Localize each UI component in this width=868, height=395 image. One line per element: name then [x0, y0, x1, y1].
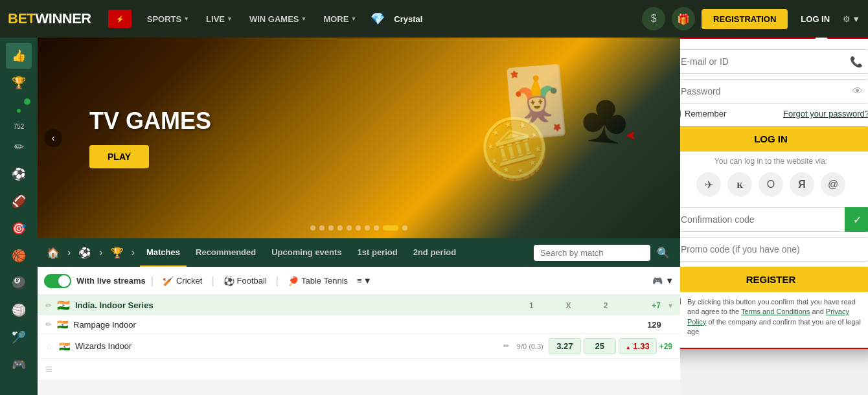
eye-icon[interactable]: 👁 [852, 85, 863, 97]
expand-icon[interactable]: ▾ [668, 301, 672, 310]
email-input[interactable] [680, 49, 868, 74]
team-flag-1: 🇮🇳 [57, 319, 68, 330]
more-arrow: ▼ [363, 276, 372, 286]
match-more-count[interactable]: +29 [659, 342, 672, 351]
sidebar-volleyball[interactable]: 🏐 [6, 297, 32, 323]
tab-second-period[interactable]: 2nd period [407, 238, 463, 267]
team-name-wizards: Wizards Indoor [75, 341, 498, 351]
nav-more[interactable]: MORE ▼ [318, 14, 361, 24]
loading-icon: ≡ [45, 363, 52, 376]
tab-upcoming[interactable]: Upcoming events [265, 238, 348, 267]
filter-game[interactable]: 🎮 ▼ [652, 276, 674, 286]
login-button[interactable]: LOG IN [794, 14, 836, 24]
tab-matches[interactable]: Matches [140, 238, 187, 267]
gear-icon: ⚙ [843, 14, 851, 24]
hero-banner: 🃏 ♣ 🪙 TV GAMES PLAY ‹ [38, 38, 680, 238]
hero-dot-4[interactable] [337, 225, 343, 231]
match-group-title: India. Indoor Series [75, 300, 154, 310]
hero-dot-1[interactable] [310, 225, 315, 231]
search-button[interactable]: 🔍 [653, 244, 674, 262]
hero-dot-5[interactable] [347, 225, 352, 231]
hero-play-button[interactable]: PLAY [89, 145, 149, 168]
terms-conditions-link[interactable]: Terms and Conditions [741, 308, 810, 315]
sidebar-badminton[interactable]: 🏸 [6, 324, 32, 350]
registration-button[interactable]: REGISTRATION [702, 9, 788, 29]
login-submit-button[interactable]: LOG IN [680, 126, 868, 152]
nav-win-games[interactable]: WIN GAMES ▼ [244, 14, 312, 24]
match-group-more[interactable]: +7 [652, 301, 661, 310]
live-streams-label: With live streams [76, 276, 146, 286]
sidebar-target[interactable]: 🎯 [6, 216, 32, 242]
hero-dot-10[interactable] [402, 225, 407, 231]
hero-dot-9[interactable] [383, 225, 398, 231]
hero-dot-8[interactable] [374, 225, 379, 231]
sidebar-gamepad[interactable]: 🎮 [6, 352, 32, 378]
sidebar-soccer[interactable]: ⚽ [6, 161, 32, 187]
sports-icon[interactable]: ⚽ [76, 247, 94, 259]
sidebar-trophy[interactable]: 🏆 [6, 70, 32, 96]
terms-checkbox[interactable] [680, 297, 681, 306]
hero-dot-3[interactable] [328, 225, 334, 231]
star-icon[interactable]: ☆ [45, 341, 54, 352]
nav-win-games-arrow: ▼ [301, 16, 307, 22]
forgot-password-link[interactable]: Forgot your password? [783, 109, 868, 119]
terms-row: By clicking this button you confirm that… [680, 297, 868, 337]
nav-live[interactable]: LIVE ▼ [201, 14, 238, 24]
hero-prev-button[interactable]: ‹ [44, 129, 62, 147]
sidebar-billiards[interactable]: 🎱 [6, 270, 32, 296]
main-layout: 👍 🏆 ● 752 ✏ ⚽ 🏈 🎯 🏀 🎱 🏐 🏸 🎮 🃏 ♣ 🪙 TV GAM… [0, 38, 868, 395]
social-email-btn[interactable]: @ [821, 172, 845, 197]
toggle-track [44, 274, 71, 288]
edit-icon[interactable]: ✏ [45, 301, 52, 310]
sidebar-basketball[interactable]: 🏀 [6, 243, 32, 269]
hero-dot-7[interactable] [365, 225, 370, 231]
live-streams-toggle[interactable] [44, 274, 71, 288]
filter-table-tennis[interactable]: 🏓 Table Tennis [284, 276, 352, 286]
remember-checkbox[interactable] [680, 109, 681, 118]
sidebar-thumbsup[interactable]: 👍 [6, 43, 32, 69]
sidebar-pencil[interactable]: ✏ [6, 134, 32, 160]
score-rampage: 129 [641, 320, 667, 330]
hero-dot-2[interactable] [319, 225, 325, 231]
home-icon[interactable]: 🏠 [44, 247, 62, 259]
hero-dot-6[interactable] [356, 225, 361, 231]
filter-cricket[interactable]: 🏏 Cricket [159, 276, 206, 286]
content-area: 🃏 ♣ 🪙 TV GAMES PLAY ‹ 🏠 [38, 38, 680, 395]
password-input[interactable] [680, 79, 868, 104]
confirm-check-button[interactable]: ✓ [845, 207, 868, 232]
promo-input[interactable] [680, 237, 868, 262]
social-yandex-btn[interactable]: Я [790, 172, 814, 197]
col-1-header: 1 [529, 301, 534, 310]
table-row: ☆ 🇮🇳 Wizards Indoor ✏ 9/0 (0.3) 3.27 25 … [38, 334, 680, 359]
search-input[interactable] [534, 245, 650, 261]
social-vk-btn[interactable]: к [727, 172, 752, 197]
nav-sports[interactable]: SPORTS ▼ [142, 14, 194, 24]
odd-btn-2[interactable]: ▲ 1.33 [619, 338, 657, 354]
nav-live-arrow: ▼ [227, 16, 233, 22]
logo[interactable]: BETWINNER [8, 10, 91, 27]
remember-label[interactable]: Remember [680, 109, 726, 119]
row-edit-icon[interactable]: ✏ [45, 320, 52, 329]
social-telegram-btn[interactable]: ✈ [696, 172, 721, 197]
filter-more-sports[interactable]: ≡ ▼ [357, 276, 371, 286]
filter-football[interactable]: ⚽ Football [220, 276, 271, 286]
register-button[interactable]: REGISTER [680, 267, 868, 292]
filter-bar: With live streams | 🏏 Cricket | ⚽ Footba… [38, 267, 680, 295]
sidebar-live-dot[interactable]: ● [6, 97, 32, 123]
sidebar-football[interactable]: 🏈 [6, 188, 32, 214]
tab-recommended[interactable]: Recommended [189, 238, 262, 267]
table-tennis-icon: 🏓 [288, 276, 299, 286]
trophy-icon[interactable]: 🏆 [108, 247, 126, 259]
confirm-code-input[interactable] [680, 207, 868, 232]
arrow-right-icon-2: › [97, 247, 105, 258]
odd-btn-x[interactable]: 25 [584, 338, 616, 354]
dollar-icon-btn[interactable]: $ [642, 7, 665, 30]
confirm-code-group: ✓ [680, 207, 868, 232]
terms-text: By clicking this button you confirm that… [687, 297, 868, 337]
gift-icon-btn[interactable]: 🎁 [672, 7, 695, 30]
nav-more-arrow: ▼ [350, 16, 356, 22]
social-ok-btn[interactable]: О [759, 172, 783, 197]
settings-button[interactable]: ⚙ ▼ [843, 14, 860, 24]
odd-btn-1[interactable]: 3.27 [549, 338, 581, 354]
tab-first-period[interactable]: 1st period [351, 238, 404, 267]
